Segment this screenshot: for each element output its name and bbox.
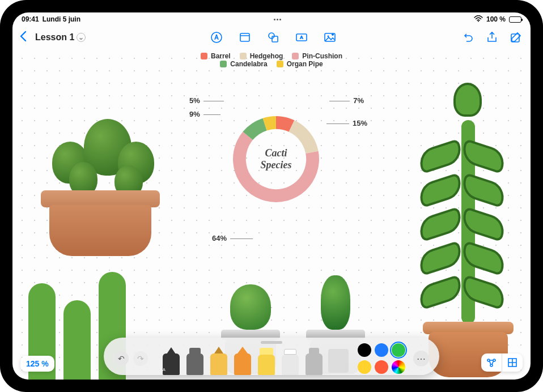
ruler-tool[interactable] — [328, 349, 349, 373]
lasso-tool[interactable] — [306, 343, 323, 375]
drawing-toolbar[interactable]: ↶ ↷ A ⋯ — [104, 338, 439, 375]
battery-pct: 100 % — [486, 15, 506, 23]
board-title-label: Lesson 1 — [35, 32, 74, 42]
more-options-button[interactable]: ⋯ — [413, 351, 429, 367]
chart-title: Cacti Species — [249, 147, 303, 171]
svg-point-11 — [493, 359, 495, 361]
pct-label-5: 5% — [189, 96, 224, 105]
share-button[interactable] — [484, 29, 500, 45]
wifi-icon — [474, 15, 483, 24]
color-swatch-0[interactable] — [358, 343, 371, 357]
zoom-level-label: 125 % — [26, 359, 49, 368]
legend-item-barrel: Barrel — [201, 52, 231, 60]
ipad-frame: 09:41 Lundi 5 juin 100 % Lesson — [0, 0, 543, 392]
zoom-level-button[interactable]: 125 % — [20, 356, 54, 372]
pen-tool[interactable]: A — [163, 343, 180, 375]
color-swatch-2[interactable] — [392, 343, 405, 357]
text-box-button[interactable] — [294, 29, 309, 45]
pct-label-9: 9% — [189, 110, 220, 118]
grid-toggle-button[interactable] — [502, 353, 523, 372]
crayon-tool[interactable] — [234, 343, 251, 375]
draw-undo-button[interactable]: ↶ — [114, 351, 129, 366]
media-button[interactable] — [322, 29, 338, 45]
pct-label-7: 7% — [329, 96, 364, 105]
color-swatch-3[interactable] — [358, 360, 371, 374]
color-swatch-4[interactable] — [375, 360, 388, 374]
status-time: 09:41 — [22, 15, 39, 23]
svg-rect-2 — [240, 33, 249, 41]
sticky-note-button[interactable] — [237, 29, 253, 45]
freeform-canvas[interactable]: Barrel Hedgehog Pin-Cushion Candelabra O… — [12, 49, 531, 380]
color-palette — [358, 343, 405, 374]
eraser-tool[interactable] — [282, 343, 299, 375]
compose-button[interactable] — [508, 29, 524, 45]
legend-item-organ-pipe: Organ Pipe — [277, 60, 323, 68]
drawing-succulent[interactable] — [389, 71, 514, 377]
collaboration-cursor-button[interactable] — [481, 353, 502, 372]
pct-label-64: 64% — [212, 234, 253, 242]
chart-legend: Barrel Hedgehog Pin-Cushion Candelabra O… — [201, 52, 342, 68]
color-picker-button[interactable] — [392, 360, 405, 374]
legend-item-pin-cushion: Pin-Cushion — [292, 52, 342, 60]
svg-rect-6 — [296, 34, 307, 41]
status-bar: 09:41 Lundi 5 juin 100 % — [12, 12, 531, 26]
svg-rect-4 — [272, 36, 278, 42]
multitask-handle-icon[interactable] — [274, 19, 281, 20]
svg-point-0 — [478, 20, 479, 22]
svg-point-10 — [487, 359, 490, 361]
pct-label-15: 15% — [326, 119, 367, 127]
markup-tool-button[interactable] — [209, 29, 224, 45]
draw-redo-button[interactable]: ↷ — [133, 351, 148, 366]
legend-item-hedgehog: Hedgehog — [240, 52, 283, 60]
chevron-down-icon: ⌄ — [77, 33, 86, 42]
monoline-tool[interactable] — [186, 343, 203, 375]
status-date: Lundi 5 juin — [43, 15, 80, 23]
app-toolbar: Lesson 1 ⌄ — [12, 26, 531, 49]
undo-button[interactable] — [460, 29, 476, 45]
screen: 09:41 Lundi 5 juin 100 % Lesson — [12, 12, 531, 380]
highlighter-tool[interactable] — [258, 343, 275, 375]
svg-point-1 — [211, 32, 222, 42]
image-barrel-cactus[interactable] — [29, 88, 171, 258]
board-title-dropdown[interactable]: Lesson 1 ⌄ — [35, 32, 86, 42]
drawing-column-cactus-2[interactable] — [63, 300, 91, 380]
pencil-tool[interactable] — [210, 343, 227, 375]
donut-chart[interactable]: Cacti Species 5% 9% 7% 15% 64% — [205, 94, 347, 236]
svg-point-5 — [269, 33, 274, 39]
view-options-group — [481, 353, 523, 372]
battery-icon — [509, 16, 521, 23]
legend-item-candelabra: Candelabra — [220, 60, 267, 68]
back-button[interactable] — [19, 31, 27, 45]
color-swatch-1[interactable] — [375, 343, 388, 357]
shapes-button[interactable] — [265, 29, 281, 45]
